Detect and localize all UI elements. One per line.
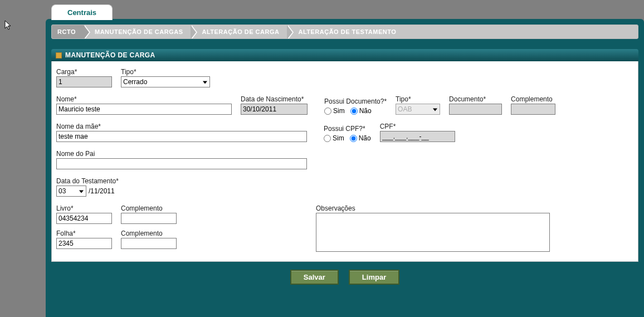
label-nome-mae: Nome da mãe* (56, 123, 307, 130)
select-tipo[interactable]: Cerrado (121, 76, 210, 87)
form-body: Carga* Tipo* Cerrado Nome* (51, 61, 638, 262)
input-folha[interactable] (56, 238, 112, 249)
breadcrumb-item[interactable]: RCTO (52, 25, 84, 38)
radio-cpf-sim[interactable]: Sim (324, 134, 344, 142)
radio-doc-nao[interactable]: Não (350, 107, 372, 115)
label-cpf: CPF* (380, 123, 455, 130)
label-livro-compl: Complemento (121, 204, 177, 212)
label-possui-doc: Possui Documento?* (324, 97, 387, 105)
input-nome[interactable] (56, 104, 232, 115)
input-livro-compl[interactable] (121, 213, 177, 224)
breadcrumb-item[interactable]: ALTERAÇÃO DE TESTAMENTO (287, 25, 404, 38)
input-folha-compl[interactable] (121, 238, 177, 249)
section-icon (56, 52, 62, 58)
label-testamento-resto: /11/2011 (89, 187, 115, 195)
section-title: MANUTENÇÃO DE CARGA (65, 51, 155, 59)
save-button[interactable]: Salvar (290, 270, 339, 285)
label-nome: Nome* (56, 95, 232, 103)
radio-cpf-nao[interactable]: Não (350, 134, 371, 142)
input-nome-pai[interactable] (56, 158, 307, 169)
select-doc-tipo: OAB (396, 104, 440, 115)
label-tipo: Tipo* (121, 68, 210, 76)
label-doc-compl: Complemento (511, 95, 555, 103)
mouse-cursor (4, 20, 13, 33)
label-livro: Livro* (56, 204, 112, 212)
section-header: MANUTENÇÃO DE CARGA (51, 49, 638, 61)
input-documento (449, 104, 502, 115)
input-livro[interactable] (56, 213, 112, 224)
label-folha: Folha* (56, 230, 112, 237)
input-carga (56, 76, 112, 87)
label-possui-cpf: Possui CPF?* (324, 125, 371, 133)
breadcrumb-item[interactable]: MANUTENÇÃO DE CARGAS (84, 25, 191, 38)
radio-doc-sim[interactable]: Sim (324, 107, 345, 115)
tab-centrais[interactable]: Centrais (51, 4, 113, 20)
label-data-testamento: Data do Testamento* (56, 177, 119, 185)
clear-button[interactable]: Limpar (349, 270, 399, 285)
label-doc-tipo: Tipo* (396, 95, 440, 103)
input-doc-compl (511, 104, 555, 115)
textarea-observacoes[interactable] (316, 213, 550, 252)
breadcrumb-item[interactable]: ALTERAÇÃO DE CARGA (191, 25, 287, 38)
select-testamento-dia[interactable]: 03 (56, 186, 86, 197)
breadcrumb: RCTO MANUTENÇÃO DE CARGAS ALTERAÇÃO DE C… (51, 25, 638, 39)
button-row: Salvar Limpar (51, 262, 638, 285)
label-carga: Carga* (56, 68, 112, 76)
label-nome-pai: Nome do Pai (56, 150, 307, 158)
tab-strip: Centrais (46, 0, 644, 19)
input-data-nasc (241, 104, 308, 115)
main-panel: RCTO MANUTENÇÃO DE CARGAS ALTERAÇÃO DE C… (46, 19, 644, 317)
label-documento: Documento* (449, 95, 502, 103)
label-folha-compl: Complemento (121, 230, 177, 237)
input-cpf (380, 131, 455, 142)
label-data-nasc: Data de Nascimento* (241, 95, 308, 103)
label-observacoes: Observações (316, 204, 633, 212)
input-nome-mae[interactable] (56, 131, 307, 142)
